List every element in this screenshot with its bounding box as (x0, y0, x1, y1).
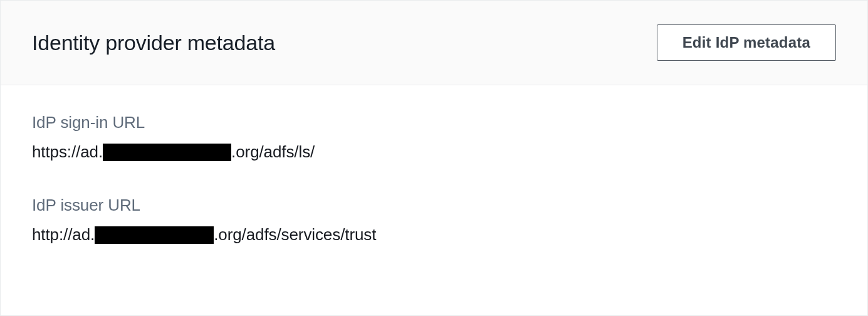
idp-issuer-url-value: http://ad..org/adfs/services/trust (32, 225, 836, 245)
idp-metadata-panel: Identity provider metadata Edit IdP meta… (0, 0, 868, 316)
panel-body: IdP sign-in URL https://ad..org/adfs/ls/… (1, 85, 867, 297)
redacted-block (103, 144, 231, 161)
idp-issuer-url-field: IdP issuer URL http://ad..org/adfs/servi… (32, 196, 836, 245)
idp-signin-url-value: https://ad..org/adfs/ls/ (32, 142, 836, 162)
idp-signin-url-suffix: .org/adfs/ls/ (231, 142, 315, 162)
panel-title: Identity provider metadata (32, 31, 275, 55)
idp-signin-url-label: IdP sign-in URL (32, 113, 836, 132)
redacted-block (95, 226, 214, 244)
idp-issuer-url-suffix: .org/adfs/services/trust (214, 225, 376, 245)
edit-idp-metadata-button[interactable]: Edit IdP metadata (657, 24, 836, 61)
idp-signin-url-field: IdP sign-in URL https://ad..org/adfs/ls/ (32, 113, 836, 162)
idp-issuer-url-prefix: http://ad. (32, 225, 95, 245)
idp-signin-url-prefix: https://ad. (32, 142, 103, 162)
panel-header: Identity provider metadata Edit IdP meta… (1, 1, 867, 85)
idp-issuer-url-label: IdP issuer URL (32, 196, 836, 215)
